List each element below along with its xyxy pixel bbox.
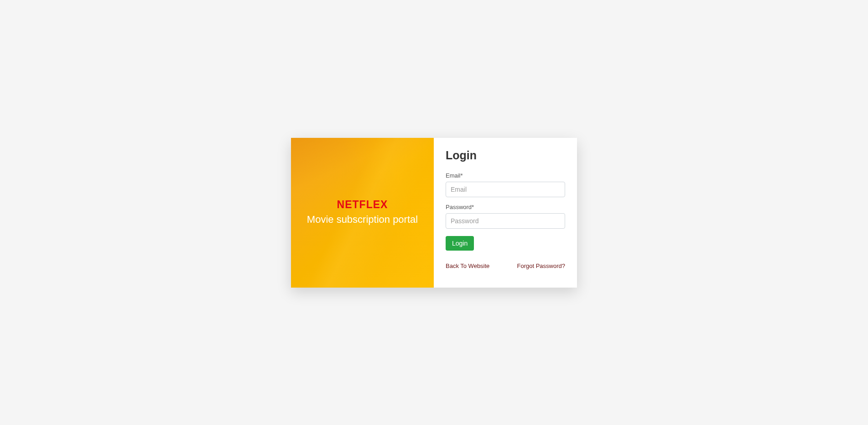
login-card: NETFLEX Movie subscription portal Login … [291, 138, 577, 288]
login-form-panel: Login Email* Password* Login Back To Web… [434, 138, 577, 288]
password-field[interactable] [446, 213, 565, 229]
page-title: Login [446, 149, 565, 162]
login-button[interactable]: Login [446, 236, 474, 251]
brand-tagline: Movie subscription portal [294, 213, 431, 227]
forgot-password-link[interactable]: Forgot Password? [517, 262, 566, 269]
back-to-website-link[interactable]: Back To Website [446, 262, 489, 269]
password-label: Password* [446, 204, 565, 210]
email-field[interactable] [446, 182, 565, 197]
password-group: Password* [446, 204, 565, 229]
email-label: Email* [446, 172, 565, 179]
link-row: Back To Website Forgot Password? [446, 262, 565, 269]
brand-logo: NETFLEX [337, 199, 388, 211]
email-group: Email* [446, 172, 565, 197]
brand-panel: NETFLEX Movie subscription portal [291, 138, 434, 288]
